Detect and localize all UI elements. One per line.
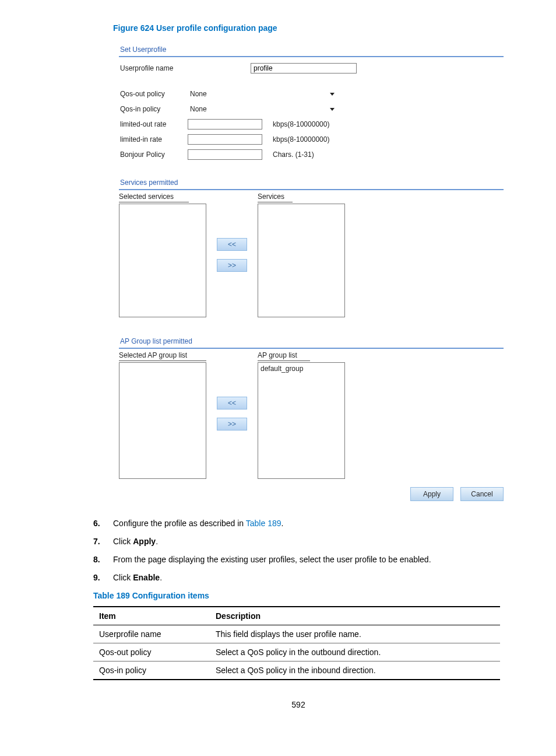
row-bonjour: Bonjour Policy Chars. (1-31) xyxy=(119,147,504,162)
step-7: 7. Click Apply. xyxy=(93,536,504,548)
table-row: Qos-out policy Select a QoS policy in th… xyxy=(93,643,500,662)
th-desc: Description xyxy=(210,607,500,625)
label-limited-out: limited-out rate xyxy=(119,120,188,128)
step-num: 8. xyxy=(93,554,113,566)
step-suffix: . xyxy=(281,519,284,528)
services-permitted-panel: Services permitted Selected services << … xyxy=(119,176,504,317)
input-limited-in[interactable] xyxy=(188,134,262,145)
set-userprofile-panel: Set Userprofile Userprofile name Qos-out… xyxy=(119,43,504,162)
step-bold: Apply xyxy=(133,537,156,546)
row-limited-out: limited-out rate kbps(8-10000000) xyxy=(119,117,504,132)
step-9: 9. Click Enable. xyxy=(93,572,504,584)
cell-desc: Select a QoS policy in the inbound direc… xyxy=(210,662,500,680)
unit-limited-in: kbps(8-10000000) xyxy=(273,135,329,144)
cell-item: Qos-in policy xyxy=(93,662,210,680)
selected-services-list[interactable] xyxy=(119,204,206,317)
services-move-left-button[interactable]: << xyxy=(217,238,247,251)
selected-ap-group-list[interactable] xyxy=(119,362,206,479)
step-num: 9. xyxy=(93,572,113,584)
row-qos-in: Qos-in policy None xyxy=(119,102,504,117)
label-userprofile-name: Userprofile name xyxy=(119,64,188,72)
cell-desc: This field displays the user profile nam… xyxy=(210,625,500,643)
input-bonjour[interactable] xyxy=(188,149,262,160)
step-num: 7. xyxy=(93,536,113,548)
label-qos-out: Qos-out policy xyxy=(119,90,188,98)
ap-group-permitted-panel: AP Group list permitted Selected AP grou… xyxy=(119,335,504,501)
label-limited-in: limited-in rate xyxy=(119,135,188,144)
ap-group-permitted-header: AP Group list permitted xyxy=(119,335,504,349)
step-text: Configure the profile as described in xyxy=(113,519,246,528)
apgroup-move-right-button[interactable]: >> xyxy=(217,418,247,430)
table-title: Table 189 Configuration items xyxy=(93,591,504,600)
table-189-link[interactable]: Table 189 xyxy=(246,519,281,528)
steps-list: 6. Configure the profile as described in… xyxy=(93,517,504,584)
cell-item: Qos-out policy xyxy=(93,643,210,662)
step-8: 8. From the page displaying the existing… xyxy=(93,554,504,566)
select-qos-out-value: None xyxy=(190,90,207,98)
selected-ap-group-label: Selected AP group list xyxy=(119,350,206,361)
step-bold: Enable xyxy=(133,573,160,582)
set-userprofile-header: Set Userprofile xyxy=(119,43,504,57)
row-qos-out: Qos-out policy None xyxy=(119,86,504,102)
step-6: 6. Configure the profile as described in… xyxy=(93,517,504,530)
list-item[interactable]: default_group xyxy=(261,364,342,373)
unit-bonjour: Chars. (1-31) xyxy=(273,150,314,159)
figure-title: Figure 624 User profile configuration pa… xyxy=(113,23,504,33)
services-list[interactable] xyxy=(258,204,345,317)
cell-desc: Select a QoS policy in the outbound dire… xyxy=(210,643,500,662)
table-row: Qos-in policy Select a QoS policy in the… xyxy=(93,662,500,680)
label-qos-in: Qos-in policy xyxy=(119,105,188,113)
page-number: 592 xyxy=(93,700,504,709)
selected-services-label: Selected services xyxy=(119,191,189,202)
step-num: 6. xyxy=(93,517,113,530)
step-suffix: . xyxy=(160,573,162,582)
select-qos-out[interactable]: None xyxy=(188,88,337,100)
step-text: From the page displaying the existing us… xyxy=(113,554,504,566)
services-move-right-button[interactable]: >> xyxy=(217,259,247,272)
step-text: Click xyxy=(113,573,133,582)
cancel-button[interactable]: Cancel xyxy=(460,487,504,501)
apply-button[interactable]: Apply xyxy=(410,487,453,501)
step-text: Click xyxy=(113,537,133,546)
input-limited-out[interactable] xyxy=(188,119,262,130)
label-bonjour: Bonjour Policy xyxy=(119,150,188,159)
row-limited-in: limited-in rate kbps(8-10000000) xyxy=(119,132,504,147)
step-suffix: . xyxy=(156,537,158,546)
select-qos-in[interactable]: None xyxy=(188,103,337,116)
th-item: Item xyxy=(93,607,210,625)
ap-group-list-label: AP group list xyxy=(258,350,310,361)
chevron-down-icon xyxy=(330,108,335,111)
services-label: Services xyxy=(258,191,293,202)
services-permitted-header: Services permitted xyxy=(119,176,504,190)
row-userprofile-name: Userprofile name xyxy=(119,61,504,76)
select-qos-in-value: None xyxy=(190,105,207,113)
cell-item: Userprofile name xyxy=(93,625,210,643)
input-userprofile-name[interactable] xyxy=(251,63,357,74)
apgroup-move-left-button[interactable]: << xyxy=(217,397,247,410)
config-items-table: Item Description Userprofile name This f… xyxy=(93,606,500,680)
table-row: Userprofile name This field displays the… xyxy=(93,625,500,643)
ap-group-list[interactable]: default_group xyxy=(258,362,345,479)
chevron-down-icon xyxy=(330,93,335,96)
unit-limited-out: kbps(8-10000000) xyxy=(273,120,329,128)
